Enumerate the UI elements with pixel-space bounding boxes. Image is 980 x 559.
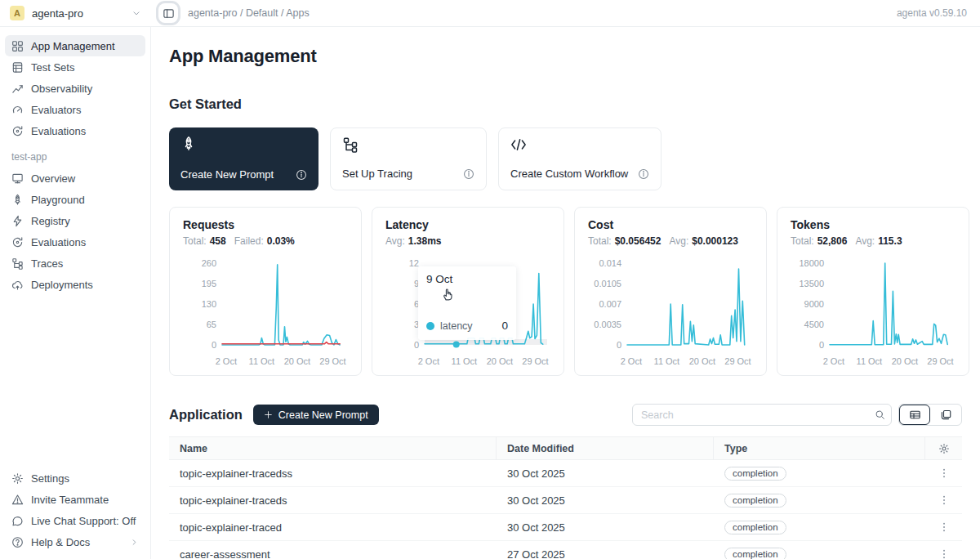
card-label: Create New Prompt	[180, 168, 274, 181]
svg-text:0.007: 0.007	[599, 299, 621, 309]
tooltip-series-row: latency0	[426, 320, 508, 332]
svg-text:20 Oct: 20 Oct	[284, 356, 310, 366]
observability-icon	[11, 83, 24, 95]
svg-text:0: 0	[414, 340, 419, 350]
svg-text:11 Oct: 11 Oct	[654, 356, 680, 366]
column-settings-cell[interactable]	[925, 437, 962, 459]
cloud-icon	[11, 279, 24, 291]
table-view-button[interactable]	[899, 405, 930, 425]
tooltip-series-value: 0	[501, 320, 508, 332]
card-label: Create Custom Workflow	[510, 168, 628, 180]
create-new-prompt-button[interactable]: Create New Prompt	[253, 405, 379, 425]
workspace-selector[interactable]: A agenta-pro	[0, 6, 151, 20]
help-icon	[11, 536, 24, 548]
get-started-card-set-up-tracing[interactable]: Set Up Tracing	[330, 127, 487, 190]
app-name-cell: topic-explainer-traceds	[169, 487, 497, 513]
app-name-cell: career-assessment	[169, 541, 497, 559]
type-badge: completion	[724, 548, 786, 559]
date-modified-cell: 27 Oct 2025	[497, 541, 714, 559]
sidebar-item-label: Playground	[31, 194, 85, 206]
sidebar-toggle-button[interactable]	[158, 3, 178, 23]
sidebar-item-traces[interactable]: Traces	[5, 253, 145, 274]
row-menu-button[interactable]	[936, 492, 952, 508]
sidebar-item-label: Evaluations	[31, 125, 86, 137]
chart-requests[interactable]: 2601951306502 Oct11 Oct20 Oct29 Oct	[183, 253, 348, 373]
svg-text:0.0105: 0.0105	[594, 279, 621, 288]
sidebar-item-evaluations[interactable]: Evaluations	[5, 231, 145, 253]
row-menu-button[interactable]	[936, 546, 952, 559]
search-button[interactable]	[868, 405, 891, 425]
sidebar-item-observability[interactable]: Observability	[5, 78, 145, 99]
dots-vertical-icon	[938, 494, 950, 506]
table-row[interactable]: topic-explainer-tracedss30 Oct 2025compl…	[169, 460, 962, 487]
chart-tokens[interactable]: 18000135009000450002 Oct11 Oct20 Oct29 O…	[791, 253, 956, 373]
type-badge: completion	[724, 467, 786, 481]
app-grid-icon	[11, 40, 24, 52]
rocket-icon	[11, 194, 24, 206]
sidebar-item-evaluations[interactable]: Evaluations	[5, 120, 145, 141]
sidebar-item-overview[interactable]: Overview	[5, 168, 145, 189]
get-started-card-create-new-prompt[interactable]: Create New Prompt	[169, 127, 318, 190]
stats-cards-row: RequestsTotal:458Failed:0.03%26019513065…	[169, 207, 962, 376]
sidebar-app-group: OverviewPlaygroundRegistryEvaluationsTra…	[5, 168, 145, 295]
card-label: Set Up Tracing	[342, 168, 412, 180]
svg-text:195: 195	[202, 279, 216, 288]
row-menu-button[interactable]	[936, 519, 952, 535]
series-dot-icon	[426, 322, 434, 330]
sidebar-item-evaluators[interactable]: Evaluators	[5, 99, 145, 120]
sidebar-item-label: Test Sets	[31, 61, 74, 74]
triangle-alert-icon	[11, 494, 24, 506]
dots-vertical-icon	[938, 548, 950, 559]
tooltip-series-name: latency	[440, 320, 473, 332]
type-cell: completion	[714, 460, 925, 486]
chat-icon	[11, 515, 24, 527]
card-view-button[interactable]	[930, 405, 961, 425]
table-row[interactable]: career-assessment27 Oct 2025completion	[169, 541, 962, 559]
version-label: agenta v0.59.10	[897, 7, 980, 19]
stat-card-metrics: Total:52,806Avg:115.3	[791, 235, 956, 247]
sidebar-item-deployments[interactable]: Deployments	[5, 274, 145, 295]
date-modified-cell: 30 Oct 2025	[497, 460, 714, 486]
sidebar-item-test-sets[interactable]: Test Sets	[5, 56, 145, 78]
sidebar-item-live-chat-support-off[interactable]: Live Chat Support: Off	[5, 510, 145, 531]
table-row[interactable]: topic-explainer-traceds30 Oct 2025comple…	[169, 487, 962, 514]
sidebar-item-settings[interactable]: Settings	[5, 467, 145, 489]
sidebar-item-label: Evaluators	[31, 104, 81, 116]
sidebar-item-help-docs[interactable]: Help & Docs	[5, 531, 145, 552]
breadcrumb[interactable]: agenta-pro / Default / Apps	[188, 7, 310, 19]
type-cell: completion	[714, 514, 925, 540]
chevron-down-icon	[131, 8, 141, 18]
sidebar-item-registry[interactable]: Registry	[5, 210, 145, 231]
sidebar-toggle-icon	[163, 7, 175, 20]
search-input[interactable]	[633, 409, 868, 421]
traces-icon	[11, 257, 24, 270]
svg-text:20 Oct: 20 Oct	[892, 356, 918, 366]
workspace-avatar: A	[10, 6, 24, 20]
row-menu-button[interactable]	[936, 465, 952, 481]
get-started-card-create-custom-workflow[interactable]: Create Custom Workflow	[498, 127, 662, 190]
svg-text:9000: 9000	[804, 299, 824, 309]
stat-card-title: Tokens	[791, 218, 956, 231]
metric-avg: Avg:1.38ms	[385, 235, 442, 247]
main-content: App Management Get Started Create New Pr…	[151, 27, 980, 559]
date-modified-cell: 30 Oct 2025	[497, 514, 714, 540]
table-row[interactable]: topic-explainer-traced30 Oct 2025complet…	[169, 514, 962, 541]
column-header-type: Type	[714, 437, 925, 459]
chart-cost[interactable]: 0.0140.01050.0070.003502 Oct11 Oct20 Oct…	[588, 253, 753, 373]
sidebar-item-playground[interactable]: Playground	[5, 189, 145, 210]
stat-card-title: Cost	[588, 218, 753, 231]
sidebar-item-invite-teammate[interactable]: Invite Teammate	[5, 489, 145, 510]
dots-vertical-icon	[938, 521, 950, 533]
row-actions-cell	[925, 514, 963, 540]
table-body: topic-explainer-tracedss30 Oct 2025compl…	[169, 460, 962, 559]
app-name-cell: topic-explainer-traced	[169, 514, 497, 540]
page-title: App Management	[169, 46, 962, 67]
sidebar-item-app-management[interactable]: App Management	[5, 35, 145, 56]
svg-text:2 Oct: 2 Oct	[621, 356, 642, 366]
header-right-controls	[632, 404, 962, 426]
column-header-name: Name	[169, 437, 497, 459]
svg-text:130: 130	[202, 299, 216, 309]
application-header: Application Create New Prompt	[169, 404, 962, 426]
svg-text:11 Oct: 11 Oct	[249, 356, 275, 366]
stat-card-metrics: Total:$0.056452Avg:$0.000123	[588, 235, 753, 247]
